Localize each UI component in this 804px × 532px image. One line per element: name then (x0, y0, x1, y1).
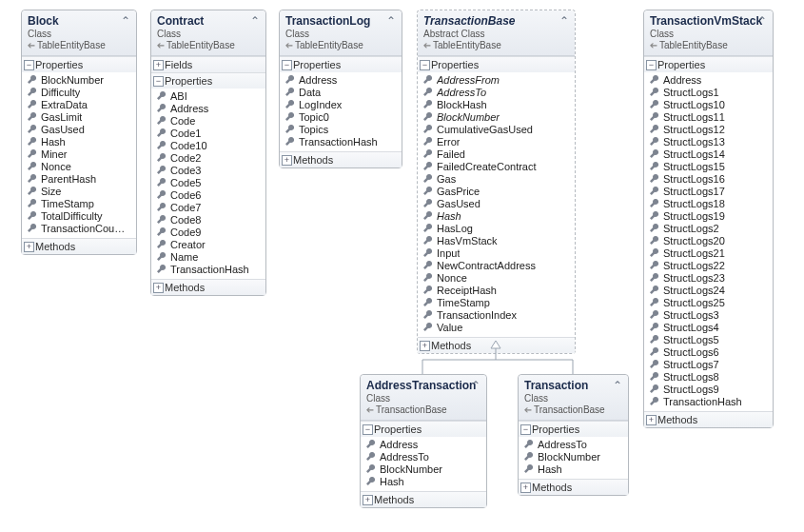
property-item[interactable]: Code5 (157, 177, 262, 189)
property-item[interactable]: TransactionHash (650, 396, 769, 408)
property-item[interactable]: ExtraData (28, 99, 132, 111)
property-item[interactable]: StructLogs15 (650, 161, 769, 173)
class-header[interactable]: BlockClass➔TableEntityBase⌃ (22, 10, 136, 56)
property-item[interactable]: StructLogs16 (650, 173, 769, 186)
property-item[interactable]: StructLogs11 (650, 111, 769, 124)
property-item[interactable]: StructLogs10 (650, 99, 769, 111)
section-properties[interactable]: −Properties (22, 56, 136, 72)
section-methods[interactable]: +Methods (280, 151, 402, 167)
class-header[interactable]: AddressTransactionClass➔TransactionBase⌃ (361, 375, 486, 421)
section-methods[interactable]: +Methods (418, 337, 575, 353)
property-item[interactable]: StructLogs13 (650, 136, 769, 148)
section-properties[interactable]: −Properties (418, 56, 575, 72)
property-item[interactable]: HasVmStack (423, 235, 571, 247)
property-item[interactable]: Hash (28, 136, 132, 148)
property-item[interactable]: NewContractAddress (423, 260, 571, 272)
plus-icon[interactable]: + (363, 495, 373, 505)
plus-icon[interactable]: + (520, 483, 531, 493)
property-item[interactable]: StructLogs8 (650, 371, 769, 384)
property-item[interactable]: AddressTo (366, 451, 482, 463)
section-fields[interactable]: +Fields (151, 56, 265, 72)
property-item[interactable]: StructLogs21 (650, 247, 769, 260)
property-item[interactable]: Hash (524, 463, 624, 476)
property-item[interactable]: StructLogs20 (650, 235, 769, 247)
property-item[interactable]: Gas (423, 173, 571, 186)
class-transactionbase[interactable]: TransactionBaseAbstract Class➔TableEntit… (417, 10, 576, 354)
section-methods[interactable]: +Methods (519, 479, 628, 495)
property-item[interactable]: TransactionHash (285, 136, 398, 148)
section-properties[interactable]: −Properties (644, 56, 773, 72)
property-item[interactable]: Address (285, 74, 398, 87)
class-transactionvmstack[interactable]: TransactionVmStackClass➔TableEntityBase⌃… (643, 10, 774, 428)
property-item[interactable]: Value (423, 322, 571, 334)
property-item[interactable]: AddressTo (524, 439, 624, 451)
class-transaction[interactable]: TransactionClass➔TransactionBase⌃−Proper… (518, 374, 629, 496)
property-item[interactable]: HasLog (423, 223, 571, 235)
section-properties[interactable]: −Properties (280, 56, 402, 72)
collapse-chevron-icon[interactable]: ⌃ (121, 15, 130, 27)
property-item[interactable]: Address (650, 74, 769, 87)
section-methods[interactable]: +Methods (151, 279, 265, 295)
plus-icon[interactable]: + (646, 415, 657, 425)
plus-icon[interactable]: + (420, 341, 430, 351)
property-item[interactable]: Address (157, 103, 262, 115)
section-methods[interactable]: +Methods (644, 411, 773, 427)
property-item[interactable]: StructLogs25 (650, 297, 769, 309)
property-item[interactable]: Code10 (157, 140, 262, 152)
class-header[interactable]: TransactionLogClass➔TableEntityBase⌃ (280, 10, 402, 56)
minus-icon[interactable]: − (646, 60, 657, 70)
plus-icon[interactable]: + (153, 283, 164, 293)
property-item[interactable]: GasUsed (423, 198, 571, 210)
property-item[interactable]: GasLimit (28, 111, 132, 124)
class-header[interactable]: TransactionBaseAbstract Class➔TableEntit… (418, 10, 575, 56)
property-item[interactable]: Code1 (157, 128, 262, 140)
minus-icon[interactable]: − (153, 76, 164, 87)
minus-icon[interactable]: − (363, 424, 373, 435)
property-item[interactable]: ReceiptHash (423, 285, 571, 297)
collapse-chevron-icon[interactable]: ⌃ (559, 15, 569, 27)
property-item[interactable]: CumulativeGasUsed (423, 124, 571, 136)
property-item[interactable]: TransactionHash (157, 264, 262, 276)
collapse-chevron-icon[interactable]: ⌃ (386, 15, 396, 27)
property-item[interactable]: Hash (366, 476, 482, 488)
property-item[interactable]: StructLogs5 (650, 334, 769, 346)
property-item[interactable]: StructLogs14 (650, 148, 769, 161)
property-item[interactable]: Nonce (423, 272, 571, 285)
property-item[interactable]: Nonce (28, 161, 132, 173)
collapse-chevron-icon[interactable]: ⌃ (613, 380, 622, 391)
property-item[interactable]: BlockNumber (366, 463, 482, 476)
property-item[interactable]: Difficulty (28, 87, 132, 99)
property-item[interactable]: Code7 (157, 202, 262, 214)
property-item[interactable]: Code3 (157, 165, 262, 177)
section-properties[interactable]: −Properties (519, 421, 628, 437)
class-header[interactable]: TransactionVmStackClass➔TableEntityBase⌃ (644, 10, 773, 56)
section-properties[interactable]: −Properties (151, 72, 265, 89)
property-item[interactable]: StructLogs24 (650, 285, 769, 297)
property-item[interactable]: Data (285, 87, 398, 99)
property-item[interactable]: LogIndex (285, 99, 398, 111)
property-item[interactable]: Code8 (157, 214, 262, 227)
property-item[interactable]: AddressFrom (423, 74, 571, 87)
class-header[interactable]: ContractClass➔TableEntityBase⌃ (151, 10, 265, 56)
property-item[interactable]: BlockNumber (28, 74, 132, 87)
property-item[interactable]: BlockNumber (423, 111, 571, 124)
property-item[interactable]: Topics (285, 124, 398, 136)
property-item[interactable]: StructLogs6 (650, 346, 769, 359)
property-item[interactable]: StructLogs17 (650, 186, 769, 198)
property-item[interactable]: GasUsed (28, 124, 132, 136)
property-item[interactable]: TimeStamp (423, 297, 571, 309)
property-item[interactable]: StructLogs1 (650, 87, 769, 99)
property-item[interactable]: Hash (423, 210, 571, 223)
property-item[interactable]: Creator (157, 239, 262, 251)
property-item[interactable]: GasPrice (423, 186, 571, 198)
plus-icon[interactable]: + (282, 155, 292, 166)
property-item[interactable]: TimeStamp (28, 198, 132, 210)
plus-icon[interactable]: + (153, 60, 164, 70)
property-item[interactable]: ABI (157, 90, 262, 103)
property-item[interactable]: TotalDifficulty (28, 210, 132, 223)
class-block[interactable]: BlockClass➔TableEntityBase⌃−PropertiesBl… (21, 10, 137, 255)
class-contract[interactable]: ContractClass➔TableEntityBase⌃+Fields−Pr… (150, 10, 266, 296)
property-item[interactable]: BlockNumber (524, 451, 624, 463)
property-item[interactable]: Address (366, 439, 482, 451)
property-item[interactable]: Miner (28, 148, 132, 161)
